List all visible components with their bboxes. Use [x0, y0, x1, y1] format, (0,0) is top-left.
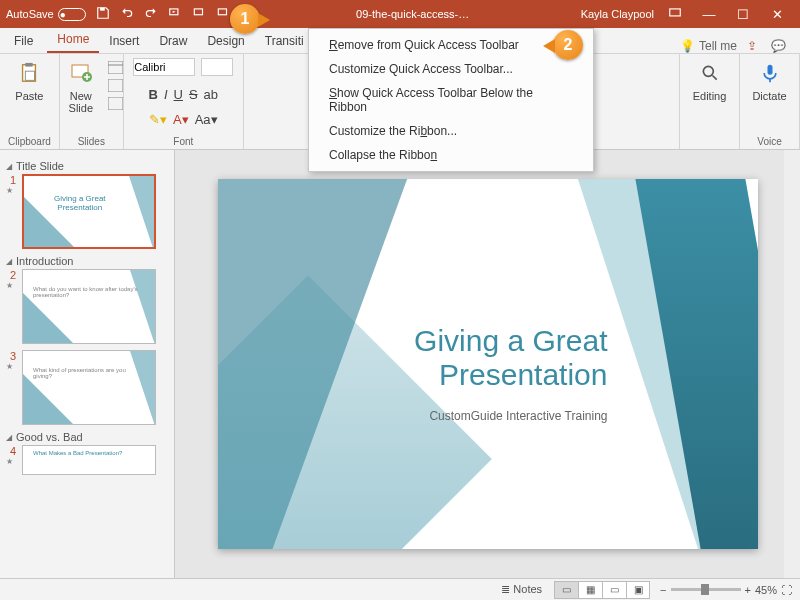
normal-view-icon[interactable]: ▭: [554, 581, 578, 599]
menu-collapse-ribbon[interactable]: Collapse the Ribbon: [309, 143, 593, 167]
voice-label: Voice: [757, 134, 781, 147]
dictate-label: Dictate: [752, 90, 786, 102]
clipboard-icon: [15, 58, 43, 88]
slide-title[interactable]: Giving a Great Presentation: [414, 324, 607, 392]
thumbnail-1[interactable]: Giving a Great Presentation: [22, 174, 156, 249]
paste-button[interactable]: Paste: [8, 58, 50, 102]
current-slide[interactable]: Giving a Great Presentation CustomGuide …: [218, 179, 758, 549]
ribbon-display-icon[interactable]: [668, 6, 682, 22]
svg-rect-13: [108, 97, 123, 110]
document-title: 09-the-quick-access-…: [245, 8, 581, 20]
svg-rect-10: [108, 61, 123, 74]
clipboard-group: Paste Clipboard: [0, 54, 60, 149]
minimize-button[interactable]: —: [692, 7, 726, 22]
svg-rect-12: [108, 79, 123, 92]
underline-button[interactable]: U: [174, 87, 183, 102]
font-name-input[interactable]: [133, 58, 195, 76]
font-label: Font: [173, 134, 193, 147]
slide-subtitle[interactable]: CustomGuide Interactive Training: [429, 409, 607, 423]
autosave-toggle[interactable]: AutoSave: [6, 8, 86, 21]
thumbnail-3[interactable]: What kind of presentations are yougiving…: [22, 350, 156, 425]
font-color-icon[interactable]: A▾: [173, 112, 189, 127]
zoom-out-button[interactable]: −: [660, 584, 666, 596]
quick-access-toolbar: ▾: [96, 6, 245, 22]
qat-button-icon[interactable]: [192, 6, 206, 22]
svg-point-14: [703, 66, 713, 76]
section-title-slide[interactable]: Title Slide: [6, 160, 168, 172]
svg-rect-3: [218, 9, 226, 15]
share-icon[interactable]: ⇪: [747, 39, 757, 53]
content-area: Title Slide 1★ Giving a Great Presentati…: [0, 150, 800, 578]
close-button[interactable]: ✕: [760, 7, 794, 22]
new-slide-label: New Slide: [69, 90, 93, 114]
start-from-beginning-icon[interactable]: [168, 6, 182, 22]
slides-label: Slides: [78, 134, 105, 147]
menu-customize-qat[interactable]: Customize Quick Access Toolbar...: [309, 57, 593, 81]
tab-insert[interactable]: Insert: [99, 30, 149, 53]
section-introduction[interactable]: Introduction: [6, 255, 168, 267]
editing-button[interactable]: Editing: [689, 58, 731, 102]
svg-rect-2: [194, 9, 202, 15]
window-controls: — ☐ ✕: [692, 7, 794, 22]
fit-to-window-icon[interactable]: ⛶: [781, 584, 792, 596]
maximize-button[interactable]: ☐: [726, 7, 760, 22]
reading-view-icon[interactable]: ▭: [602, 581, 626, 599]
section-icon[interactable]: [108, 97, 123, 112]
zoom-control[interactable]: − + 45% ⛶: [660, 584, 792, 596]
zoom-slider[interactable]: [671, 588, 741, 591]
new-slide-button[interactable]: New Slide: [60, 58, 102, 114]
animation-star-icon: ★: [6, 186, 16, 195]
vertical-scrollbar[interactable]: [784, 150, 800, 578]
thumbnail-2[interactable]: What do you want to know after today'spr…: [22, 269, 156, 344]
thumbnail-4[interactable]: What Makes a Bad Presentation?: [22, 445, 156, 475]
svg-rect-0: [100, 8, 105, 11]
animation-star-icon: ★: [6, 281, 16, 290]
font-size-input[interactable]: [201, 58, 233, 76]
reset-icon[interactable]: [108, 79, 123, 94]
comments-icon[interactable]: 💬: [771, 39, 786, 53]
shadow-button[interactable]: ab: [204, 87, 218, 102]
notes-button[interactable]: ≣ Notes: [501, 583, 542, 596]
layout-icon[interactable]: [108, 61, 123, 76]
microphone-icon: [756, 58, 784, 88]
animation-star-icon: ★: [6, 457, 16, 466]
new-slide-icon: [67, 58, 95, 88]
undo-icon[interactable]: [120, 6, 134, 22]
highlight-icon[interactable]: ✎▾: [149, 112, 167, 127]
slideshow-view-icon[interactable]: ▣: [626, 581, 650, 599]
clipboard-label: Clipboard: [8, 134, 51, 147]
italic-button[interactable]: I: [164, 87, 168, 102]
strike-button[interactable]: S: [189, 87, 198, 102]
editing-group: Editing: [680, 54, 740, 149]
thumb-1-title: Giving a Great Presentation: [54, 194, 106, 212]
zoom-percent[interactable]: 45%: [755, 584, 777, 596]
slide-thumbnail-panel[interactable]: Title Slide 1★ Giving a Great Presentati…: [0, 150, 175, 578]
tab-file[interactable]: File: [4, 30, 43, 53]
section-good-vs-bad[interactable]: Good vs. Bad: [6, 431, 168, 443]
svg-rect-7: [26, 71, 35, 80]
change-case-button[interactable]: Aa▾: [195, 112, 218, 127]
sorter-view-icon[interactable]: ▦: [578, 581, 602, 599]
menu-show-qat-below[interactable]: Show Quick Access Toolbar Below the Ribb…: [309, 81, 593, 119]
menu-customize-ribbon[interactable]: Customize the Ribbon...: [309, 119, 593, 143]
bold-button[interactable]: B: [149, 87, 158, 102]
tab-draw[interactable]: Draw: [149, 30, 197, 53]
save-icon[interactable]: [96, 6, 110, 22]
tab-transitions[interactable]: Transiti: [255, 30, 314, 53]
dictate-button[interactable]: Dictate: [749, 58, 791, 102]
title-bar: AutoSave ▾ 09-the-quick-access-… Kayla C…: [0, 0, 800, 28]
callout-badge-2: 2: [553, 30, 583, 60]
toggle-off-icon[interactable]: [58, 8, 86, 21]
user-name[interactable]: Kayla Claypool: [581, 8, 654, 20]
svg-rect-6: [26, 63, 33, 67]
qat-button-icon-2[interactable]: [216, 6, 230, 22]
callout-badge-1: 1: [230, 4, 260, 34]
tab-home[interactable]: Home: [47, 28, 99, 53]
svg-line-15: [712, 76, 716, 80]
view-buttons: ▭ ▦ ▭ ▣: [554, 581, 650, 599]
tell-me-search[interactable]: 💡 Tell me: [680, 39, 737, 53]
redo-icon[interactable]: [144, 6, 158, 22]
voice-group: Dictate Voice: [740, 54, 800, 149]
slide-stage: Giving a Great Presentation CustomGuide …: [175, 150, 800, 578]
zoom-in-button[interactable]: +: [745, 584, 751, 596]
